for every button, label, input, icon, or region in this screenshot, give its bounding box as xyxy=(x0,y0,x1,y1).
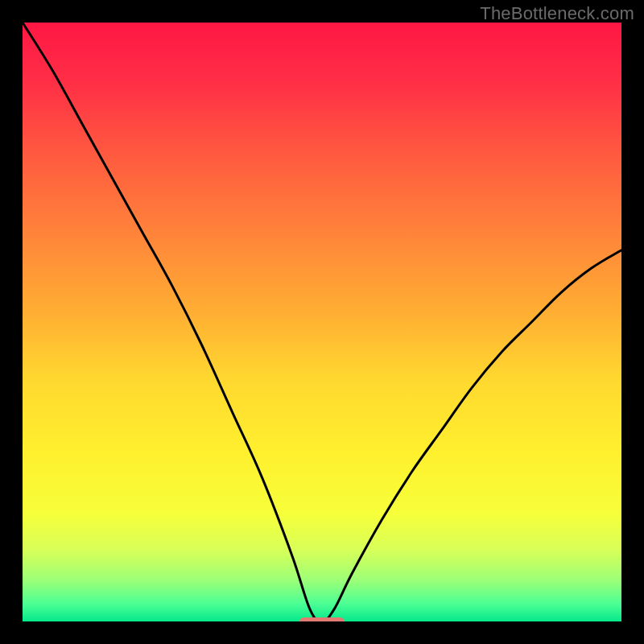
bottleneck-curve xyxy=(23,23,621,621)
chart-frame: TheBottleneck.com xyxy=(0,0,644,644)
watermark-text: TheBottleneck.com xyxy=(480,3,634,24)
curve-path xyxy=(23,23,621,621)
min-marker xyxy=(299,617,345,622)
plot-area xyxy=(23,23,621,621)
